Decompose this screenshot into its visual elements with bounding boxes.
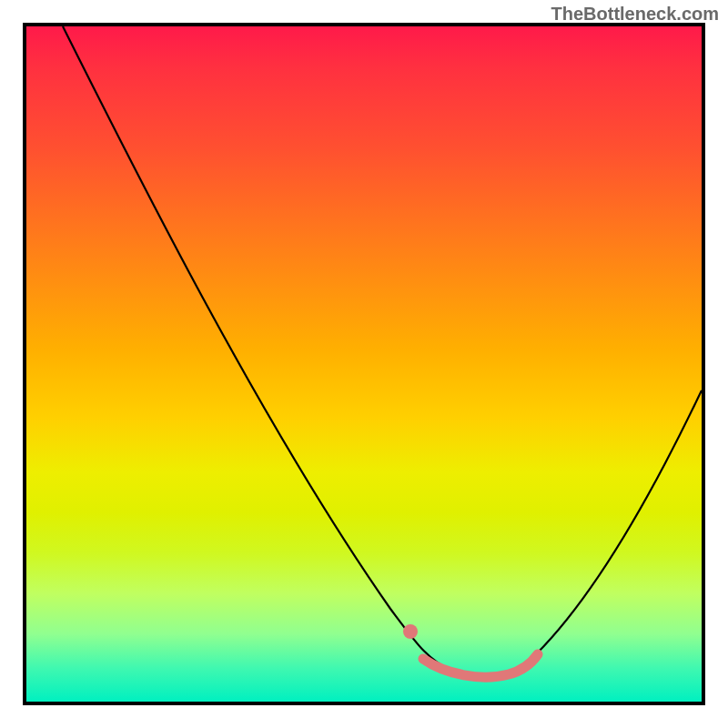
optimal-range-highlight: [423, 654, 538, 677]
bottleneck-curve: [63, 26, 702, 678]
optimal-point-dot: [403, 624, 418, 639]
chart-overlay: [26, 26, 702, 702]
watermark-text: TheBottleneck.com: [551, 4, 719, 25]
chart-frame: [23, 23, 705, 705]
